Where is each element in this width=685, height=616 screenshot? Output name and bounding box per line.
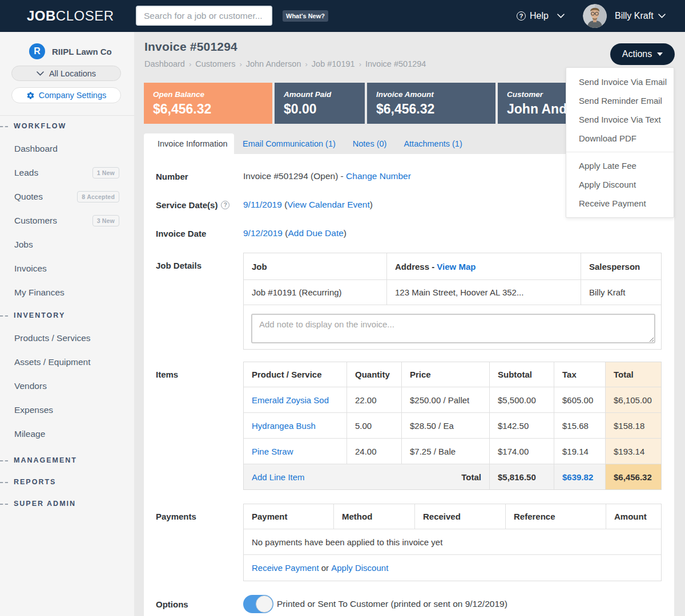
sidebar: R RIIPL Lawn Co All Locations Company Se… xyxy=(0,32,134,616)
invoice-date-label: Invoice Date xyxy=(144,229,243,238)
menu-item-download-pdf[interactable]: Download PDF xyxy=(566,129,674,148)
leads-badge: 1 New xyxy=(92,167,119,179)
sidebar-section-super-admin[interactable]: SUPER ADMIN xyxy=(0,493,134,514)
amount-header: Amount xyxy=(606,504,661,529)
all-locations-label: All Locations xyxy=(49,69,96,78)
salesperson-column-header: Salesperson xyxy=(581,253,661,279)
items-label: Items xyxy=(144,362,243,490)
caret-down-icon xyxy=(657,52,663,56)
breadcrumb-john-anderson[interactable]: John Anderson xyxy=(246,59,301,68)
tab-attachments[interactable]: Attachments (1) xyxy=(395,133,470,154)
quantity-cell: 24.00 xyxy=(346,439,401,464)
whats-new-button[interactable]: What's New? xyxy=(283,10,328,22)
sidebar-item-vendors[interactable]: Vendors xyxy=(0,374,134,398)
sidebar-section-inventory[interactable]: INVENTORY xyxy=(0,305,134,326)
invoice-note-textarea[interactable] xyxy=(251,314,655,343)
item-row: Emerald Zoysia Sod 22.00 $250.00 / Palle… xyxy=(244,387,661,412)
breadcrumb-customers[interactable]: Customers xyxy=(195,59,235,68)
sidebar-item-expenses[interactable]: Expenses xyxy=(0,398,134,422)
change-number-link[interactable]: Change Number xyxy=(346,171,411,181)
company-settings-button[interactable]: Company Settings xyxy=(11,87,121,103)
service-date-link[interactable]: 9/11/2019 xyxy=(243,200,282,209)
sidebar-item-invoices[interactable]: Invoices xyxy=(0,257,134,281)
sidebar-item-my-finances[interactable]: My Finances xyxy=(0,281,134,305)
job-details-table: Job Address - View Map Salesperson Job #… xyxy=(243,253,662,350)
menu-item-apply-discount[interactable]: Apply Discount xyxy=(566,175,674,194)
apply-discount-link[interactable]: Apply Discount xyxy=(331,563,388,573)
breadcrumb-invoice[interactable]: Invoice #501294 xyxy=(365,59,426,68)
menu-item-send-invoice-via-email[interactable]: Send Invoice Via Email xyxy=(566,72,674,91)
stat-card-open-balance: Open Balance $6,456.32 xyxy=(144,83,272,124)
tab-email-communication[interactable]: Email Communication (1) xyxy=(234,133,344,154)
menu-item-send-reminder-email[interactable]: Send Reminder Email xyxy=(566,91,674,110)
sidebar-item-assets-equipment[interactable]: Assets / Equipment xyxy=(0,350,134,374)
tab-bar: Invoice Information Email Communication … xyxy=(144,133,471,154)
footer-total-cell: $6,456.32 xyxy=(605,464,661,489)
sidebar-item-customers[interactable]: Customers3 New xyxy=(0,209,134,233)
company-name: RIIPL Lawn Co xyxy=(52,47,112,56)
menu-item-apply-late-fee[interactable]: Apply Late Fee xyxy=(566,156,674,175)
chevron-right-icon: › xyxy=(189,60,191,68)
total-cell: $193.14 xyxy=(605,439,661,464)
product-link[interactable]: Pine Straw xyxy=(252,447,293,456)
product-cell: Pine Straw xyxy=(244,439,346,464)
number-label: Number xyxy=(144,172,243,181)
invoice-date-link[interactable]: 9/12/2019 xyxy=(243,228,283,238)
payment-header: Payment xyxy=(244,504,333,529)
sidebar-item-leads[interactable]: Leads1 New xyxy=(0,161,134,185)
toggle-knob xyxy=(256,595,273,613)
help-menu[interactable]: ? Help xyxy=(517,0,565,32)
breadcrumb-job[interactable]: Job #10191 xyxy=(312,59,355,68)
actions-button[interactable]: Actions xyxy=(610,43,675,65)
options-label: Options xyxy=(144,599,243,609)
sidebar-item-mileage[interactable]: Mileage xyxy=(0,422,134,446)
tax-cell: $19.14 xyxy=(554,439,605,464)
stat-label: Amount Paid xyxy=(284,90,356,99)
service-date-label: Service Date(s) ? xyxy=(144,200,243,210)
view-map-link[interactable]: View Map xyxy=(437,262,476,271)
address-column-header: Address - View Map xyxy=(386,253,581,279)
subtotal-cell: $174.00 xyxy=(489,439,554,464)
breadcrumb-dashboard[interactable]: Dashboard xyxy=(144,59,185,68)
sidebar-item-dashboard[interactable]: Dashboard xyxy=(0,137,134,161)
add-due-date-link[interactable]: Add Due Date xyxy=(288,228,343,238)
receive-payment-link[interactable]: Receive Payment xyxy=(252,563,319,573)
sidebar-item-jobs[interactable]: Jobs xyxy=(0,233,134,257)
app-logo[interactable]: JOBCLOSER xyxy=(27,0,114,32)
tab-notes[interactable]: Notes (0) xyxy=(344,133,396,154)
sidebar-item-products-services[interactable]: Products / Services xyxy=(0,326,134,350)
price-cell: $7.25 / Bale xyxy=(401,439,489,464)
invoice-date-row: Invoice Date 9/12/2019 (Add Due Date) xyxy=(144,219,674,248)
search-input[interactable] xyxy=(136,6,272,26)
payments-empty-message: No payments have been applied to this in… xyxy=(244,529,661,554)
sidebar-item-quotes[interactable]: Quotes8 Accepted xyxy=(0,185,134,209)
reference-header: Reference xyxy=(505,504,606,529)
app-logo-light: CLOSER xyxy=(56,8,114,24)
sidebar-section-reports[interactable]: REPORTS xyxy=(0,471,134,493)
payments-links-row: Receive Payment or Apply Discount xyxy=(244,554,661,581)
all-locations-dropdown[interactable]: All Locations xyxy=(11,66,121,81)
printed-sent-toggle[interactable] xyxy=(243,595,273,613)
job-details-row: Job #10191 (Recurring) 123 Main Street, … xyxy=(244,279,661,305)
sidebar-section-workflow[interactable]: WORKFLOW xyxy=(0,115,134,137)
menu-item-receive-payment[interactable]: Receive Payment xyxy=(566,194,674,213)
items-section: Items Product / Service Quantity Price S… xyxy=(144,362,674,490)
user-menu[interactable]: Billy Kraft xyxy=(583,0,666,32)
address-cell: 123 Main Street, Hoover AL 352... xyxy=(386,280,581,305)
menu-item-send-invoice-via-text[interactable]: Send Invoice Via Text xyxy=(566,110,674,129)
tab-invoice-information[interactable]: Invoice Information xyxy=(144,133,234,154)
company-settings-label: Company Settings xyxy=(39,91,106,100)
product-link[interactable]: Emerald Zoysia Sod xyxy=(252,395,329,405)
help-icon[interactable]: ? xyxy=(221,201,229,209)
total-header: Total xyxy=(605,362,661,387)
sidebar-section-management[interactable]: MANAGEMENT xyxy=(0,449,134,471)
product-link[interactable]: Hydrangea Bush xyxy=(252,421,316,431)
product-service-header: Product / Service xyxy=(244,362,346,387)
total-label: Total xyxy=(461,472,481,482)
top-navbar: JOBCLOSER What's New? ? Help xyxy=(0,0,685,32)
view-calendar-event-link[interactable]: View Calendar Event xyxy=(287,200,369,209)
items-table: Product / Service Quantity Price Subtota… xyxy=(243,362,662,490)
footer-tax-link[interactable]: $639.82 xyxy=(562,472,593,482)
customers-badge: 3 New xyxy=(92,215,119,226)
add-line-item-link[interactable]: Add Line Item xyxy=(252,472,305,482)
